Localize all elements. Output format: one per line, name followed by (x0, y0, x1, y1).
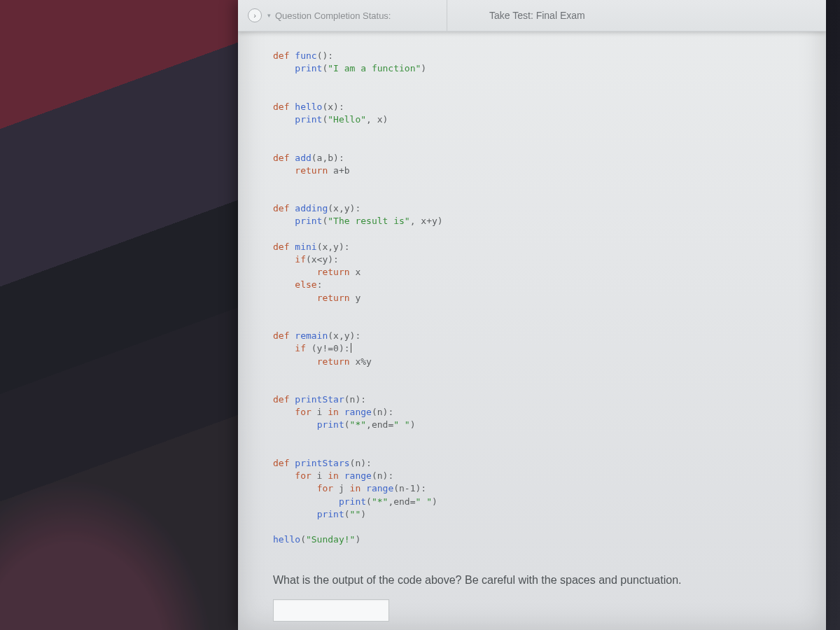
page-title-text: Take Test: Final Exam (489, 10, 585, 21)
forward-icon[interactable]: › (248, 8, 262, 22)
fn-printstars: printStars (295, 458, 349, 468)
call-print: print (295, 63, 322, 74)
question-content: def func(): print("I am a function") def… (238, 31, 826, 630)
fn-hello: hello (295, 102, 322, 112)
answer-input[interactable] (273, 599, 389, 622)
fn-remain: remain (295, 330, 328, 341)
completion-status-label: Question Completion Status: (275, 10, 391, 21)
photo-background-right (826, 0, 840, 630)
fn-add: add (295, 153, 311, 163)
code-block: def func(): print("I am a function") def… (273, 50, 798, 546)
question-prompt: What is the output of the code above? Be… (273, 574, 798, 587)
fn-printstar: printStar (295, 394, 344, 405)
top-bar: › ▾ Question Completion Status: Take Tes… (238, 0, 826, 31)
text-cursor (351, 343, 351, 353)
fn-adding: adding (295, 203, 328, 214)
photo-background-left (0, 0, 238, 630)
fn-mini: mini (295, 241, 316, 252)
fn-func: func (295, 50, 316, 61)
page-title: Take Test: Final Exam (447, 0, 826, 31)
completion-status-segment[interactable]: › ▾ Question Completion Status: (238, 0, 447, 31)
exam-screen: › ▾ Question Completion Status: Take Tes… (238, 0, 826, 630)
kw-def: def (273, 50, 289, 61)
caret-down-icon: ▾ (267, 12, 271, 19)
call-hello: hello (273, 534, 300, 545)
